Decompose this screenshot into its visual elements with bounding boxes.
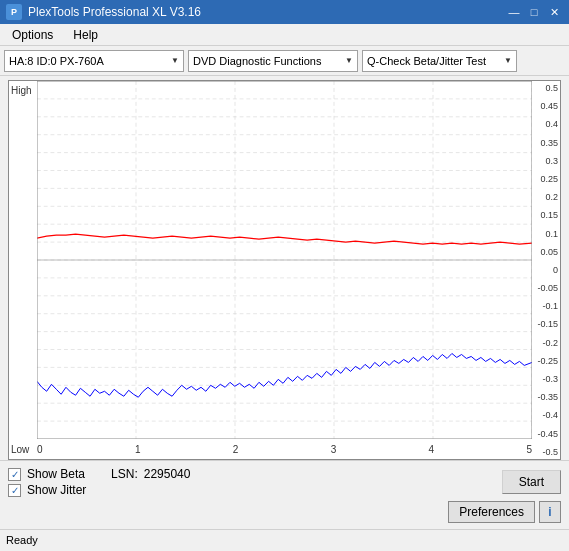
start-button[interactable]: Start (502, 470, 561, 494)
chart-area: High Low 0.5 0.45 0.4 0.35 0.3 0.25 0.2 … (8, 80, 561, 460)
title-bar-left: P PlexTools Professional XL V3.16 (6, 4, 201, 20)
maximize-button[interactable]: □ (525, 4, 543, 20)
menu-bar: Options Help (0, 24, 569, 46)
show-beta-row: ✓ Show Beta LSN: 2295040 (8, 467, 190, 481)
minimize-button[interactable]: — (505, 4, 523, 20)
left-label-low: Low (11, 444, 35, 455)
lsn-label: LSN: (111, 467, 138, 481)
status-bar: Ready (0, 529, 569, 549)
chart-right-labels: 0.5 0.45 0.4 0.35 0.3 0.25 0.2 0.15 0.1 … (532, 81, 560, 459)
preferences-button[interactable]: Preferences (448, 501, 535, 523)
show-beta-label: Show Beta (27, 467, 85, 481)
info-button[interactable]: i (539, 501, 561, 523)
bottom-row1: ✓ Show Beta LSN: 2295040 ✓ Show Jitter S… (8, 467, 561, 497)
bottom-panel: ✓ Show Beta LSN: 2295040 ✓ Show Jitter S… (0, 460, 569, 529)
show-beta-checkbox[interactable]: ✓ (8, 468, 21, 481)
test-dropdown[interactable]: Q-Check Beta/Jitter Test ▼ (362, 50, 517, 72)
title-bar-controls: — □ ✕ (505, 4, 563, 20)
title-bar: P PlexTools Professional XL V3.16 — □ ✕ (0, 0, 569, 24)
device-dropdown[interactable]: HA:8 ID:0 PX-760A ▼ (4, 50, 184, 72)
status-text: Ready (6, 534, 38, 546)
device-dropdown-arrow: ▼ (171, 56, 179, 65)
function-label: DVD Diagnostic Functions (193, 55, 321, 67)
title-text: PlexTools Professional XL V3.16 (28, 5, 201, 19)
left-label-high: High (11, 85, 35, 96)
app-icon: P (6, 4, 22, 20)
menu-help[interactable]: Help (65, 26, 106, 44)
show-jitter-checkbox[interactable]: ✓ (8, 484, 21, 497)
function-dropdown[interactable]: DVD Diagnostic Functions ▼ (188, 50, 358, 72)
bottom-row2: Preferences i (8, 501, 561, 523)
menu-options[interactable]: Options (4, 26, 61, 44)
chart-svg (37, 81, 532, 439)
function-dropdown-arrow: ▼ (345, 56, 353, 65)
chart-left-labels: High Low (9, 81, 37, 459)
test-label: Q-Check Beta/Jitter Test (367, 55, 486, 67)
lsn-value: 2295040 (144, 467, 191, 481)
test-dropdown-arrow: ▼ (504, 56, 512, 65)
show-jitter-row: ✓ Show Jitter (8, 483, 190, 497)
bottom-left: ✓ Show Beta LSN: 2295040 ✓ Show Jitter (8, 467, 190, 497)
device-label: HA:8 ID:0 PX-760A (9, 55, 104, 67)
chart-x-labels: 0 1 2 3 4 5 (37, 439, 532, 459)
toolbar: HA:8 ID:0 PX-760A ▼ DVD Diagnostic Funct… (0, 46, 569, 76)
show-jitter-label: Show Jitter (27, 483, 86, 497)
close-button[interactable]: ✕ (545, 4, 563, 20)
